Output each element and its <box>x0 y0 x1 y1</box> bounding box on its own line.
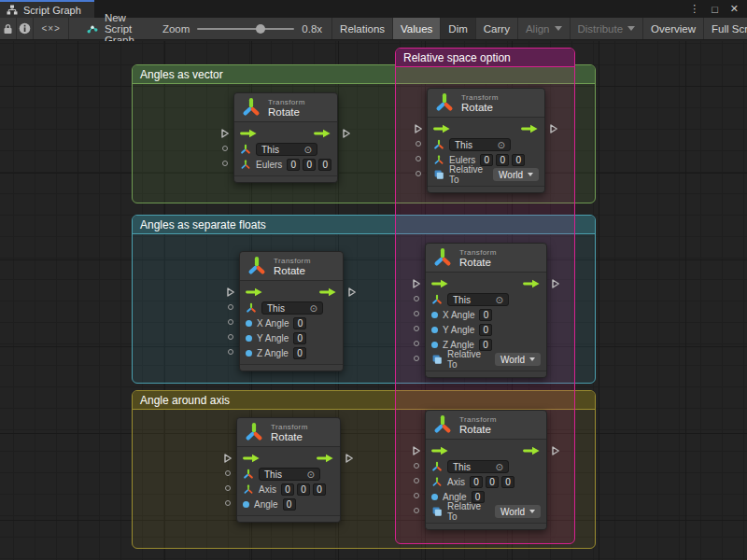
toolbar-button-carry[interactable]: Carry <box>476 18 518 39</box>
flow-out-arrow-icon[interactable] <box>523 279 541 288</box>
value-input-port[interactable] <box>228 304 233 310</box>
this-target-field[interactable]: This⊙ <box>259 468 320 481</box>
value-field[interactable]: 0 <box>479 309 492 321</box>
flow-output-port[interactable] <box>551 445 560 456</box>
value-input-port[interactable] <box>414 493 419 498</box>
flow-input-port[interactable] <box>223 453 233 464</box>
value-input-port[interactable] <box>414 463 419 469</box>
value-field[interactable]: 0 <box>479 324 492 336</box>
value-field[interactable]: 0 <box>486 476 499 488</box>
flow-output-port[interactable] <box>345 453 354 464</box>
flow-output-port[interactable] <box>347 287 357 298</box>
value-input-port[interactable] <box>228 334 233 340</box>
flow-out-arrow-icon[interactable] <box>523 446 541 455</box>
toolbar-button-relations[interactable]: Relations <box>332 18 393 39</box>
node-rotate-axis-world[interactable]: TransformRotateThis⊙Axis000Angle0Relativ… <box>425 410 547 530</box>
this-target-field[interactable]: This⊙ <box>256 143 317 156</box>
maximize-icon[interactable]: □ <box>712 4 718 15</box>
node-header[interactable]: TransformRotate <box>426 411 546 440</box>
this-target-field[interactable]: This⊙ <box>447 293 509 306</box>
flow-in-arrow-icon[interactable] <box>431 446 449 455</box>
flow-in-arrow-icon[interactable] <box>433 124 451 133</box>
value-field[interactable]: 0 <box>470 476 483 488</box>
node-rotate-floats-local[interactable]: TransformRotateThis⊙X Angle0Y Angle0Z An… <box>239 251 344 371</box>
flow-out-arrow-icon[interactable] <box>317 454 334 463</box>
flow-output-port[interactable] <box>342 128 351 139</box>
relative-to-dropdown[interactable]: World <box>495 353 541 366</box>
value-input-port[interactable] <box>414 356 419 361</box>
flow-in-arrow-icon[interactable] <box>240 129 258 138</box>
flow-input-port[interactable] <box>226 287 235 298</box>
this-target-field[interactable]: This⊙ <box>447 460 509 473</box>
node-rotate-eulers-world[interactable]: TransformRotateThis⊙Eulers000Relative To… <box>427 88 545 193</box>
flow-out-arrow-icon[interactable] <box>314 129 331 138</box>
zoom-slider-thumb[interactable] <box>256 24 265 34</box>
value-field[interactable]: 0 <box>297 483 310 496</box>
info-button[interactable] <box>17 18 35 39</box>
value-field[interactable]: 0 <box>283 498 296 511</box>
value-field[interactable]: 0 <box>293 332 306 344</box>
value-field[interactable]: 0 <box>281 483 294 496</box>
this-target-field[interactable]: This⊙ <box>261 301 323 315</box>
toolbar-button-overview[interactable]: Overview <box>643 18 704 39</box>
flow-input-port[interactable] <box>412 445 421 456</box>
node-header[interactable]: TransformRotate <box>240 252 343 281</box>
toolbar-button-values[interactable]: Values <box>393 18 441 39</box>
value-input-port[interactable] <box>416 156 421 161</box>
zoom-slider[interactable] <box>197 28 294 30</box>
graph-canvas[interactable]: Angles as vectorAngles as separate float… <box>0 41 747 560</box>
value-input-port[interactable] <box>225 500 231 506</box>
node-header[interactable]: TransformRotate <box>428 89 544 118</box>
value-input-port[interactable] <box>416 141 421 147</box>
value-field[interactable]: 0 <box>303 159 316 171</box>
relative-to-dropdown[interactable]: World <box>493 168 539 181</box>
flow-output-port[interactable] <box>549 123 558 134</box>
flow-in-arrow-icon[interactable] <box>243 454 261 463</box>
node-rotate-axis-local[interactable]: TransformRotateThis⊙Axis000Angle0 <box>236 417 341 523</box>
value-input-port[interactable] <box>228 349 233 355</box>
flow-out-arrow-icon[interactable] <box>521 124 539 133</box>
menu-icon[interactable]: ⋮ <box>689 3 699 15</box>
value-field[interactable]: 0 <box>293 347 306 359</box>
close-icon[interactable]: ✕ <box>730 3 739 15</box>
toolbar-button-dim[interactable]: Dim <box>441 18 475 39</box>
lock-button[interactable] <box>0 18 17 39</box>
node-header[interactable]: TransformRotate <box>234 93 337 122</box>
flow-out-arrow-icon[interactable] <box>319 287 337 297</box>
flow-input-port[interactable] <box>412 278 421 289</box>
value-input-port[interactable] <box>414 341 419 346</box>
value-input-port[interactable] <box>414 508 419 513</box>
value-input-port[interactable] <box>414 311 419 316</box>
value-input-port[interactable] <box>414 296 419 301</box>
value-field[interactable]: 0 <box>313 483 326 496</box>
flow-in-arrow-icon[interactable] <box>431 279 449 288</box>
value-input-port[interactable] <box>225 485 231 491</box>
graph-name-section[interactable]: New Script Graph <box>69 18 162 39</box>
value-input-port[interactable] <box>414 326 419 331</box>
value-field[interactable]: 0 <box>318 159 331 171</box>
node-header[interactable]: TransformRotate <box>237 418 340 447</box>
relative-to-dropdown[interactable]: World <box>495 505 541 518</box>
flow-in-arrow-icon[interactable] <box>246 287 263 297</box>
toolbar-button-full-screen[interactable]: Full Screen <box>704 18 747 39</box>
flow-output-port[interactable] <box>551 278 560 289</box>
value-field[interactable]: 0 <box>512 154 525 166</box>
flow-input-port[interactable] <box>220 128 230 139</box>
value-field[interactable]: 0 <box>501 476 514 488</box>
node-rotate-eulers-local[interactable]: TransformRotateThis⊙Eulers000 <box>233 92 338 183</box>
value-field[interactable]: 0 <box>287 159 300 171</box>
group-header-relative-space-option[interactable]: Relative space option <box>396 49 574 67</box>
value-input-port[interactable] <box>222 161 228 166</box>
value-field[interactable]: 0 <box>293 317 306 329</box>
node-header[interactable]: TransformRotate <box>426 244 546 273</box>
value-input-port[interactable] <box>416 171 421 176</box>
tab-script-graph[interactable]: Script Graph <box>0 0 94 18</box>
node-rotate-floats-world[interactable]: TransformRotateThis⊙X Angle0Y Angle0Z An… <box>425 243 547 378</box>
value-input-port[interactable] <box>414 478 419 483</box>
this-target-field[interactable]: This⊙ <box>449 138 511 151</box>
value-input-port[interactable] <box>228 319 233 325</box>
code-preview-button[interactable]: <×> <box>34 18 68 39</box>
value-field[interactable]: 0 <box>496 154 509 166</box>
flow-input-port[interactable] <box>414 123 423 134</box>
value-input-port[interactable] <box>225 470 231 476</box>
